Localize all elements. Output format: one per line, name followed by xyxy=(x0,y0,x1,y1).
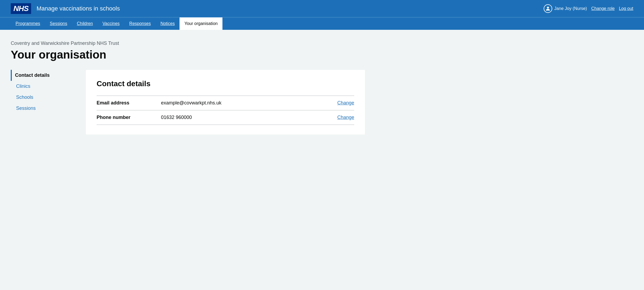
header-left: NHS Manage vaccinations in schools xyxy=(11,3,120,14)
card-title: Contact details xyxy=(97,79,354,88)
table-row-email: Email address example@covwarkpt.nhs.uk C… xyxy=(97,96,354,110)
nav-item-programmes[interactable]: Programmes xyxy=(11,17,45,30)
email-change-button[interactable]: Change xyxy=(337,100,354,106)
sidebar-item-contact-details[interactable]: Contact details xyxy=(11,70,75,81)
nav-item-children[interactable]: Children xyxy=(72,17,98,30)
page-title: Your organisation xyxy=(11,48,365,61)
main-content: Coventry and Warwickshire Partnership NH… xyxy=(0,30,376,151)
nav-item-vaccines[interactable]: Vaccines xyxy=(98,17,125,30)
header-title: Manage vaccinations in schools xyxy=(36,5,120,12)
site-header: NHS Manage vaccinations in schools Jane … xyxy=(0,0,644,17)
phone-change-button[interactable]: Change xyxy=(337,115,354,120)
nav-item-sessions[interactable]: Sessions xyxy=(45,17,72,30)
nav-list: Programmes Sessions Children Vaccines Re… xyxy=(11,17,633,30)
main-nav: Programmes Sessions Children Vaccines Re… xyxy=(0,17,644,30)
phone-value: 01632 960000 xyxy=(161,110,312,125)
change-role-button[interactable]: Change role xyxy=(591,6,614,11)
nav-item-notices[interactable]: Notices xyxy=(156,17,180,30)
email-label: Email address xyxy=(97,96,161,110)
user-avatar-icon xyxy=(544,4,552,13)
contact-details-table: Email address example@covwarkpt.nhs.uk C… xyxy=(97,96,354,125)
nav-item-your-organisation[interactable]: Your organisation xyxy=(180,17,222,30)
org-subtitle: Coventry and Warwickshire Partnership NH… xyxy=(11,41,365,46)
table-row-phone: Phone number 01632 960000 Change xyxy=(97,110,354,125)
phone-label: Phone number xyxy=(97,110,161,125)
svg-point-0 xyxy=(547,7,549,9)
contact-details-card: Contact details Email address example@co… xyxy=(86,70,365,135)
sidebar-item-schools[interactable]: Schools xyxy=(11,92,75,103)
logout-button[interactable]: Log out xyxy=(619,6,633,11)
email-action-cell: Change xyxy=(312,96,354,110)
header-right: Jane Joy (Nurse) Change role Log out xyxy=(544,4,633,13)
sidebar-item-clinics[interactable]: Clinics xyxy=(11,81,75,92)
nhs-logo: NHS xyxy=(11,3,31,14)
sidebar: Contact details Clinics Schools Sessions xyxy=(11,70,75,114)
nav-item-responses[interactable]: Responses xyxy=(125,17,156,30)
phone-action-cell: Change xyxy=(312,110,354,125)
sidebar-item-sessions[interactable]: Sessions xyxy=(11,103,75,114)
email-value: example@covwarkpt.nhs.uk xyxy=(161,96,312,110)
user-name: Jane Joy (Nurse) xyxy=(554,6,587,11)
content-layout: Contact details Clinics Schools Sessions… xyxy=(11,70,365,135)
user-info: Jane Joy (Nurse) xyxy=(544,4,587,13)
